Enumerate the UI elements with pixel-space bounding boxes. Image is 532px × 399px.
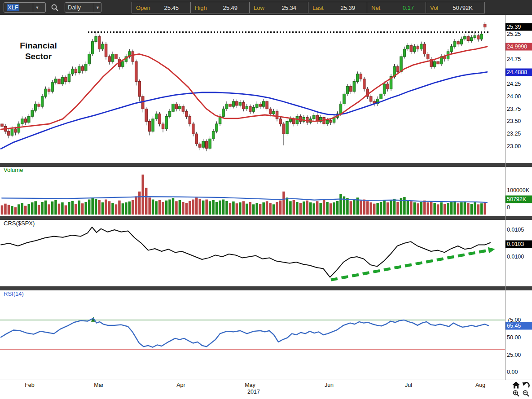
rsi-panel-label: RSI(14): [4, 290, 24, 297]
month-label: Mar: [89, 382, 109, 388]
volume-badge: 50792K: [506, 196, 532, 203]
panel-separator[interactable]: [0, 163, 532, 167]
zoom-in-button[interactable]: [511, 389, 521, 397]
trend-arrow-head: [488, 247, 495, 254]
zoom-in-icon: [513, 390, 519, 397]
volume-panel-label: Volume: [4, 167, 23, 173]
rsi-tick: 50.00: [507, 334, 521, 341]
year-label: 2017: [244, 389, 264, 395]
price-tick: 23.50: [507, 118, 521, 124]
month-label: May: [240, 382, 260, 388]
rsi-badge: 65.45: [506, 322, 532, 329]
volume-tick: 100000K: [507, 187, 529, 193]
rsi-tick: 0.00: [507, 369, 518, 375]
rsi-tick: 25.00: [507, 352, 521, 358]
crs-tick: 0.0105: [507, 227, 524, 233]
panel-separator[interactable]: [0, 286, 532, 290]
rsi-line: [1, 318, 488, 347]
chart-annotation: Financial Sector: [13, 40, 64, 62]
crs-line: [1, 227, 490, 277]
zoom-out-icon: [523, 390, 529, 397]
month-label: Apr: [171, 382, 191, 388]
chart-nav-toolbar: [511, 381, 531, 397]
price-tick: 23.00: [507, 143, 521, 149]
crs-panel-label: CRS($SPX): [4, 220, 35, 227]
ma-fast-line: [1, 47, 487, 129]
month-label: Jul: [399, 382, 418, 388]
price-tick: 25.25: [507, 31, 521, 37]
crs-badge: 0.0103: [506, 240, 532, 248]
ma-slow-badge: 24.4888: [506, 68, 532, 76]
ma-fast-badge: 24.9990: [506, 43, 532, 50]
last-price-badge: 25.39: [506, 23, 532, 31]
price-tick: 24.25: [507, 81, 521, 87]
chart-canvas[interactable]: [0, 0, 532, 399]
ma-slow-line: [1, 72, 487, 149]
volume-tick: 0: [507, 204, 510, 210]
undo-icon: [522, 381, 530, 389]
price-tick: 23.25: [507, 131, 521, 137]
price-tick: 24.00: [507, 93, 521, 100]
trading-chart-app: { "toolbar": { "symbol": "XLF", "timefra…: [0, 0, 532, 399]
zoom-out-button[interactable]: [521, 389, 531, 397]
month-label: Jun: [319, 382, 339, 388]
price-tick: 23.75: [507, 106, 521, 112]
home-button[interactable]: [511, 381, 521, 389]
month-label: Aug: [470, 382, 490, 388]
price-tick: 24.75: [507, 56, 521, 62]
home-icon: [512, 381, 520, 389]
panel-separator[interactable]: [0, 216, 532, 220]
time-axis-line: [0, 380, 532, 380]
trend-arrow-line: [331, 250, 488, 280]
month-label: Feb: [20, 382, 40, 388]
crs-tick: 0.0100: [507, 254, 524, 260]
undo-button[interactable]: [521, 381, 531, 389]
